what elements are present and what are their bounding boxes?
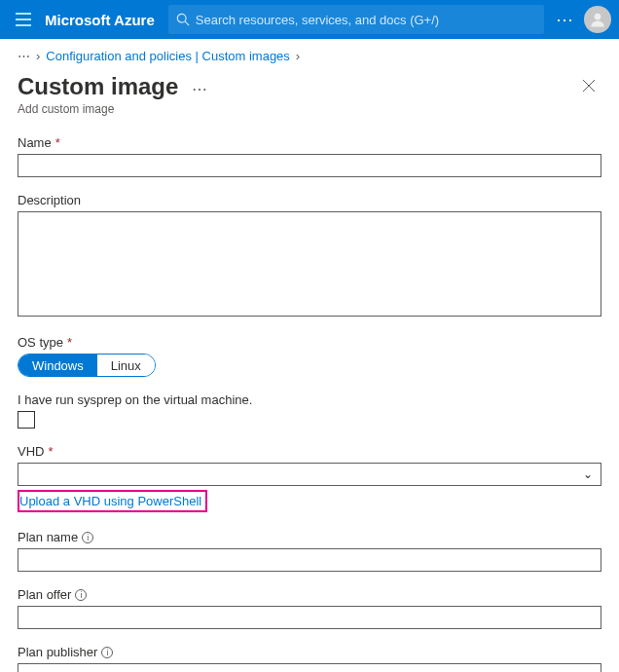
panel-header: Custom image ⋯ Add custom image	[0, 67, 619, 116]
required-marker: *	[55, 135, 60, 150]
field-ostype: OS type * Windows Linux	[18, 335, 601, 377]
description-input[interactable]	[18, 211, 601, 317]
plan-name-input[interactable]	[18, 548, 601, 572]
vhd-label: VHD	[18, 444, 44, 459]
required-marker: *	[48, 444, 53, 459]
ostype-toggle: Windows Linux	[18, 354, 156, 377]
menu-icon	[16, 13, 31, 26]
chevron-right-icon: ›	[36, 49, 40, 63]
breadcrumb-collapsed-icon[interactable]: ⋯	[18, 49, 30, 63]
breadcrumb-link-custom-images[interactable]: Configuration and policies | Custom imag…	[46, 49, 290, 63]
breadcrumb: ⋯ › Configuration and policies | Custom …	[0, 39, 619, 67]
field-plan-offer: Plan offer i	[18, 587, 601, 629]
field-vhd: VHD * ⌄ Upload a VHD using PowerShell	[18, 444, 601, 512]
vhd-select[interactable]: ⌄	[18, 463, 601, 486]
chevron-down-icon: ⌄	[583, 467, 593, 481]
azure-topbar: Microsoft Azure ⋯	[0, 0, 619, 39]
sysprep-checkbox[interactable]	[18, 411, 35, 429]
info-icon[interactable]: i	[75, 589, 87, 601]
description-label: Description	[18, 193, 81, 207]
field-plan-publisher: Plan publisher i	[18, 645, 601, 672]
svg-point-0	[177, 14, 186, 22]
topbar-more-icon[interactable]: ⋯	[556, 9, 574, 30]
plan-publisher-input[interactable]	[18, 663, 601, 672]
name-label: Name	[18, 135, 52, 150]
svg-point-2	[595, 14, 601, 20]
page-subtitle: Add custom image	[18, 102, 576, 116]
title-more-icon[interactable]: ⋯	[192, 81, 208, 97]
info-icon[interactable]: i	[101, 647, 113, 658]
plan-name-label: Plan name	[18, 530, 78, 544]
ostype-option-windows[interactable]: Windows	[18, 355, 97, 376]
info-icon[interactable]: i	[82, 532, 93, 543]
page-title: Custom image	[18, 73, 178, 100]
search-icon	[176, 13, 190, 26]
name-input[interactable]	[18, 154, 601, 177]
field-sysprep: I have run sysprep on the virtual machin…	[18, 392, 601, 429]
person-icon	[589, 11, 606, 28]
hamburger-menu[interactable]	[8, 4, 39, 35]
close-icon	[582, 79, 596, 93]
plan-offer-input[interactable]	[18, 606, 601, 629]
field-description: Description	[18, 193, 601, 319]
upload-vhd-link[interactable]: Upload a VHD using PowerShell	[19, 494, 201, 508]
plan-offer-label: Plan offer	[18, 587, 71, 602]
svg-line-1	[185, 21, 189, 25]
upload-vhd-highlight: Upload a VHD using PowerShell	[18, 490, 207, 512]
custom-image-form: Name * Description OS type * Windows Lin…	[0, 116, 619, 672]
field-plan-name: Plan name i	[18, 530, 601, 572]
global-search[interactable]	[168, 5, 544, 34]
topbar-right: ⋯	[556, 6, 611, 33]
user-avatar[interactable]	[584, 6, 611, 33]
search-input[interactable]	[196, 13, 536, 27]
ostype-label: OS type	[18, 335, 63, 350]
brand-label: Microsoft Azure	[45, 12, 155, 28]
close-button[interactable]	[576, 73, 601, 98]
chevron-right-icon: ›	[296, 49, 300, 63]
plan-publisher-label: Plan publisher	[18, 645, 97, 659]
sysprep-label: I have run sysprep on the virtual machin…	[18, 392, 601, 407]
ostype-option-linux[interactable]: Linux	[97, 355, 155, 376]
field-name: Name *	[18, 135, 601, 177]
required-marker: *	[67, 335, 72, 350]
